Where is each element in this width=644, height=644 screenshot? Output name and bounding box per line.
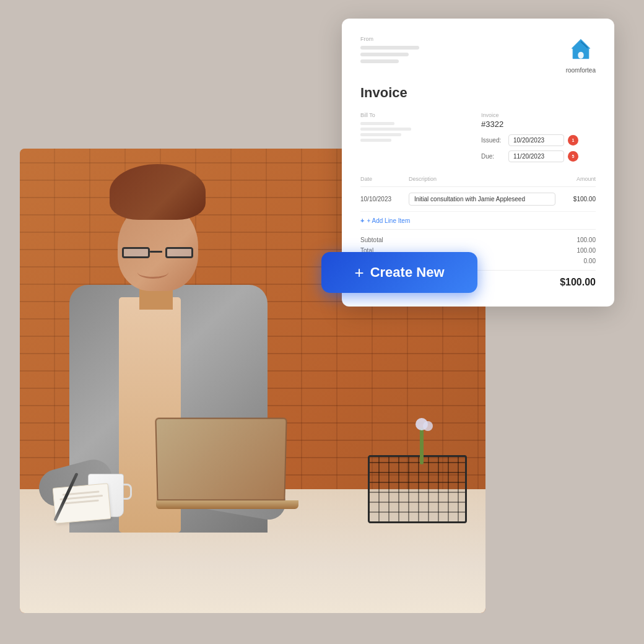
invoice-number: #3322 [481, 120, 596, 129]
line-item-amount: $100.00 [555, 196, 596, 202]
from-line-3 [360, 59, 399, 63]
from-label: From [360, 36, 419, 42]
add-line-item-row: + + Add Line Item [360, 212, 596, 230]
col-amount-header: Amount [555, 176, 596, 182]
flowers [420, 427, 424, 464]
add-line-item-button[interactable]: + + Add Line Item [360, 217, 410, 224]
invoice-meta-row: Bill To Invoice #3322 Issued: 10/20/2023 [360, 112, 596, 162]
line-item-row: 10/10/2023 $100.00 [360, 187, 596, 212]
issued-label: Issued: [481, 137, 505, 144]
bill-to-line-1 [360, 122, 394, 125]
due-date-input[interactable]: 11/20/2023 [508, 150, 564, 162]
create-new-label: Create New [370, 264, 445, 281]
add-line-label: + Add Line Item [367, 217, 410, 224]
line-items-header: Date Description Amount [360, 176, 596, 187]
from-line-1 [360, 46, 419, 50]
add-line-plus-icon: + [360, 217, 364, 224]
page-background: From roomfortea Invoice [0, 0, 644, 644]
logo-text: roomfortea [566, 67, 596, 74]
due-calendar-icon[interactable]: 5 [568, 151, 578, 162]
bill-to-section: Bill To [360, 112, 481, 162]
col-description-header: Description [409, 176, 555, 182]
from-line-2 [360, 53, 409, 56]
total-value: 100.00 [577, 247, 596, 254]
due-label: Due: [481, 153, 505, 160]
amount-paid-value: 0.00 [584, 258, 596, 264]
line-item-date: 10/10/2023 [360, 196, 409, 202]
roomfortea-logo-icon [567, 36, 594, 63]
logo-area: roomfortea [566, 36, 596, 74]
subtotal-label: Subtotal [360, 237, 383, 243]
invoice-card-header: From roomfortea [360, 36, 596, 74]
bill-to-line-3 [360, 133, 401, 136]
bill-to-line-4 [360, 139, 391, 142]
wire-basket [368, 455, 467, 523]
person-glasses [122, 245, 193, 260]
invoice-number-label: Invoice [481, 112, 596, 118]
issued-calendar-icon[interactable]: 1 [568, 135, 578, 146]
person-hair [110, 164, 206, 220]
person-smile [137, 266, 168, 279]
col-date-header: Date [360, 176, 409, 182]
bill-to-line-2 [360, 128, 411, 131]
issued-date-input[interactable]: 10/20/2023 [508, 134, 564, 146]
svg-rect-0 [578, 52, 583, 59]
invoice-title: Invoice [360, 85, 596, 101]
invoice-details: Invoice #3322 Issued: 10/20/2023 1 Due: [481, 112, 596, 162]
issued-date-row: Issued: 10/20/2023 1 [481, 134, 596, 146]
from-section: From [360, 36, 419, 63]
subtotal-value: 100.00 [577, 237, 596, 243]
line-item-description-input[interactable] [409, 193, 555, 206]
line-items-table: Date Description Amount 10/10/2023 $100.… [360, 176, 596, 230]
subtotal-row: Subtotal 100.00 [360, 235, 596, 245]
create-new-plus-icon: + [354, 264, 363, 281]
bill-to-label: Bill To [360, 112, 481, 118]
laptop [156, 418, 298, 517]
due-date-row: Due: 11/20/2023 5 [481, 150, 596, 162]
create-new-button[interactable]: + Create New [321, 252, 477, 293]
balance-value: $100.00 [560, 277, 596, 288]
